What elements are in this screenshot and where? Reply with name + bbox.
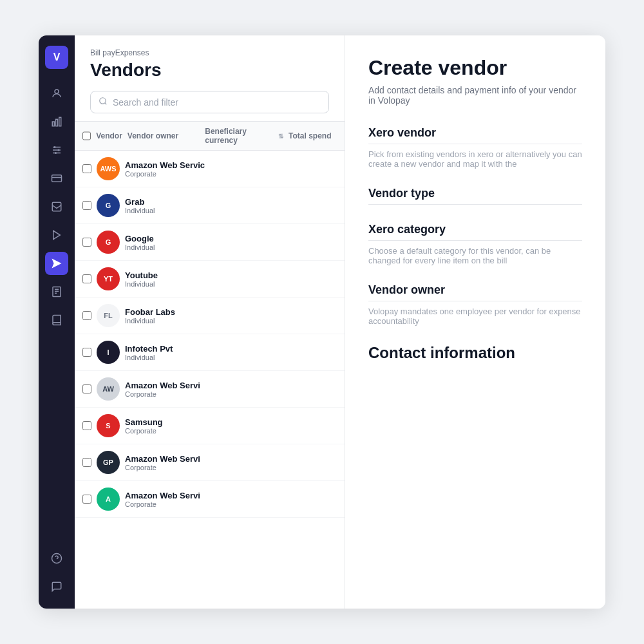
vendor-owner-label: Vendor owner <box>368 283 582 297</box>
search-input[interactable] <box>113 97 321 108</box>
main-area: Bill payExpenses Vendors Vendor Vendor o… <box>75 35 605 609</box>
vendor-type-divider <box>368 204 582 205</box>
vendor-type: Individual <box>125 317 337 325</box>
page-title: Vendors <box>90 60 329 80</box>
row-checkbox-9[interactable] <box>82 495 91 504</box>
vendor-name: Foobar Labs <box>125 307 337 317</box>
vendor-avatar: I <box>97 341 120 364</box>
row-checkbox-7[interactable] <box>82 421 91 430</box>
xero-category-desc: Choose a default category for this vendo… <box>368 246 582 265</box>
table-row[interactable]: G Grab Individual <box>75 187 345 224</box>
svg-line-22 <box>105 103 107 105</box>
vendor-info: Infotech Pvt Individual <box>125 344 337 361</box>
create-vendor-title: Create vendor <box>368 56 582 80</box>
table-row[interactable]: S Samsung Corporate <box>75 408 345 444</box>
breadcrumb: Bill payExpenses <box>90 48 329 57</box>
table-row[interactable]: I Infotech Pvt Individual <box>75 334 345 371</box>
vendor-avatar: A <box>97 488 120 511</box>
svg-point-7 <box>54 146 56 148</box>
svg-marker-13 <box>53 231 61 240</box>
row-checkbox-3[interactable] <box>82 274 91 283</box>
vendor-info: Samsung Corporate <box>125 417 337 435</box>
sidebar-item-send[interactable] <box>45 252 68 275</box>
search-wrapper <box>90 91 329 113</box>
vendor-type: Individual <box>125 280 337 288</box>
sidebar-item-person[interactable] <box>45 82 68 105</box>
sidebar-item-controls[interactable] <box>45 138 68 162</box>
vendor-header: Bill payExpenses Vendors <box>75 35 345 91</box>
vendor-name: Amazon Web Servic <box>125 160 337 170</box>
col-owner-header: Vendor owner <box>128 131 200 140</box>
vendor-owner-field: Vendor owner Volopay mandates one employ… <box>368 283 582 326</box>
vendor-avatar: AW <box>97 377 120 401</box>
table-row[interactable]: AW Amazon Web Servi Corporate <box>75 371 345 408</box>
table-row[interactable]: YT Youtube Individual <box>75 261 345 298</box>
sidebar-item-chat[interactable] <box>45 575 68 598</box>
vendor-name: Grab <box>125 197 337 207</box>
sidebar-item-receipt[interactable] <box>45 280 68 303</box>
vendor-type: Corporate <box>125 390 337 398</box>
table-row[interactable]: AWS Amazon Web Servic Corporate <box>75 151 345 187</box>
svg-point-0 <box>55 90 59 93</box>
vendor-type-label: Vendor type <box>368 187 582 200</box>
row-checkbox-1[interactable] <box>82 201 91 210</box>
vendor-name: Infotech Pvt <box>125 344 337 354</box>
vendor-avatar: AWS <box>97 157 120 180</box>
xero-vendor-divider <box>368 144 582 144</box>
select-all-checkbox[interactable] <box>82 131 91 140</box>
vendor-info: Youtube Individual <box>125 270 337 288</box>
svg-rect-10 <box>52 175 62 182</box>
table-header: Vendor Vendor owner Beneficiary currency… <box>75 121 345 151</box>
xero-category-divider <box>368 240 582 241</box>
vendor-avatar: G <box>97 194 120 217</box>
table-row[interactable]: A Amazon Web Servi Corporate <box>75 481 345 518</box>
table-row[interactable]: GP Amazon Web Servi Corporate <box>75 444 345 481</box>
sort-icon: ⇅ <box>278 133 283 140</box>
svg-rect-3 <box>59 117 61 126</box>
contact-info-section: Contact information <box>368 344 582 362</box>
vendor-type-field: Vendor type <box>368 187 582 205</box>
detail-panel: Create vendor Add contact details and pa… <box>345 35 605 609</box>
table-row[interactable]: FL Foobar Labs Individual <box>75 298 345 334</box>
vendor-info: Amazon Web Servi Corporate <box>125 454 337 471</box>
xero-category-field: Xero category Choose a default category … <box>368 223 582 265</box>
contact-info-title: Contact information <box>368 344 582 362</box>
create-vendor-subtitle: Add contact details and payment info of … <box>368 85 582 106</box>
app-logo[interactable]: V <box>45 46 68 69</box>
table-row[interactable]: G Google Individual <box>75 224 345 261</box>
vendor-list: AWS Amazon Web Servic Corporate G Grab I… <box>75 151 345 609</box>
vendor-avatar: FL <box>97 304 120 327</box>
sidebar-item-help[interactable] <box>45 547 68 570</box>
search-icon <box>99 97 108 108</box>
sidebar-item-book[interactable] <box>45 308 68 332</box>
row-checkbox-4[interactable] <box>82 311 91 320</box>
sidebar-item-inbox[interactable] <box>45 195 68 218</box>
xero-vendor-field: Xero vendor Pick from existing vendors i… <box>368 126 582 169</box>
vendor-info: Amazon Web Servi Corporate <box>125 491 337 508</box>
row-checkbox-5[interactable] <box>82 348 91 357</box>
row-checkbox-6[interactable] <box>82 384 91 393</box>
vendor-name: Youtube <box>125 270 337 280</box>
vendor-name: Amazon Web Servi <box>125 491 337 500</box>
sidebar-item-chart[interactable] <box>45 110 68 133</box>
vendor-name: Amazon Web Servi <box>125 454 337 464</box>
svg-rect-2 <box>56 119 58 126</box>
vendor-type: Corporate <box>125 170 337 178</box>
vendor-avatar: YT <box>97 267 120 290</box>
vendor-type: Corporate <box>125 427 337 435</box>
row-checkbox-2[interactable] <box>82 238 91 247</box>
vendor-panel: Bill payExpenses Vendors Vendor Vendor o… <box>75 35 345 609</box>
vendor-owner-desc: Volopay mandates one employee per vendor… <box>368 307 582 326</box>
sidebar-item-play[interactable] <box>45 223 68 247</box>
sidebar-item-card[interactable] <box>45 167 68 190</box>
vendor-info: Foobar Labs Individual <box>125 307 337 325</box>
row-checkbox-0[interactable] <box>82 164 91 173</box>
vendor-info: Amazon Web Servic Corporate <box>125 160 337 178</box>
svg-point-8 <box>58 149 60 151</box>
svg-marker-14 <box>52 259 62 269</box>
sidebar: V <box>39 35 75 609</box>
svg-point-9 <box>55 152 57 154</box>
vendor-avatar: S <box>97 414 120 437</box>
vendor-type: Individual <box>125 354 337 361</box>
row-checkbox-8[interactable] <box>82 458 91 467</box>
